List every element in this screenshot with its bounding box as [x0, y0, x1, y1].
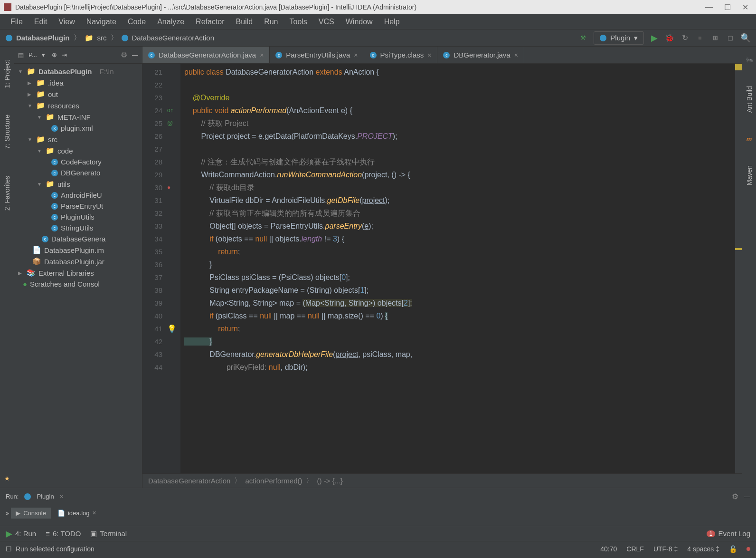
gear-icon[interactable]: ⚙ — [732, 492, 738, 501]
tree-item[interactable]: ▼📁src — [14, 134, 142, 145]
code-text[interactable]: public class DatabaseGeneratorAction ext… — [180, 64, 735, 473]
tab-active[interactable]: cDatabaseGeneratorAction.java× — [142, 47, 270, 63]
debug-button[interactable]: 🐞 — [665, 33, 674, 43]
tree-root[interactable]: ▼📁DatabasePlugin F:\In — [14, 66, 142, 77]
tree-item[interactable]: cDBGenerato — [14, 167, 142, 178]
target-icon[interactable]: ⊕ — [52, 51, 57, 58]
tree-item[interactable]: ▶📁out — [14, 88, 142, 100]
maven-icon[interactable]: m — [747, 135, 752, 143]
hide-icon[interactable]: — — [132, 51, 138, 58]
tree-item[interactable]: cDatabaseGenera — [14, 233, 142, 244]
run-button[interactable]: ▶ — [650, 33, 659, 43]
menu-edit[interactable]: Edit — [29, 16, 52, 28]
project-tree[interactable]: ▼📁DatabasePlugin F:\In ▶📁.idea ▶📁out ▼📁r… — [14, 64, 142, 488]
menu-help[interactable]: Help — [379, 16, 405, 28]
sidebar-tab-project[interactable]: 1: Project — [3, 56, 11, 92]
expand-icon[interactable]: » — [6, 510, 9, 517]
menu-build[interactable]: Build — [231, 16, 258, 28]
tree-item[interactable]: cParseEntryUt — [14, 201, 142, 212]
tree-item[interactable]: cPluginUtils — [14, 212, 142, 222]
run-tab-log[interactable]: 📄idea.log× — [53, 507, 101, 519]
tree-label: Scratches and Consol — [30, 280, 100, 288]
tree-item[interactable]: ▼📁utils — [14, 178, 142, 190]
close-icon[interactable]: × — [427, 51, 431, 59]
collapse-icon[interactable]: ⇥ — [62, 51, 67, 58]
layout-icon[interactable]: ⊞ — [710, 33, 720, 43]
gear-icon[interactable]: ⚙ — [121, 50, 127, 59]
sidebar-tab-maven[interactable]: Maven — [746, 162, 753, 189]
error-indicator[interactable] — [747, 547, 750, 551]
close-icon[interactable]: × — [60, 493, 64, 500]
minimize-icon[interactable]: — — [705, 3, 713, 12]
hammer-icon[interactable]: ⚒ — [578, 33, 588, 43]
breadcrumb-folder[interactable]: src — [97, 34, 107, 42]
star-icon[interactable]: ★ — [4, 475, 10, 482]
tree-item[interactable]: 📦DatabasePlugin.jar — [14, 256, 142, 267]
tree-item[interactable]: ●Scratches and Consol — [14, 279, 142, 289]
ant-icon[interactable]: 🐜 — [746, 56, 753, 63]
close-icon[interactable]: × — [354, 51, 358, 59]
tree-item[interactable]: 📄DatabasePlugin.im — [14, 244, 142, 256]
bc-item[interactable]: () -> {...} — [317, 477, 343, 485]
scroll-map[interactable] — [735, 64, 742, 473]
editor-content[interactable]: 2122232425262728293031323334353637383940… — [142, 64, 742, 473]
tree-item[interactable]: ▶📚External Libraries — [14, 267, 142, 279]
tab[interactable]: cDBGenerator.java× — [437, 47, 524, 63]
tree-item[interactable]: cStringUtils — [14, 222, 142, 233]
close-icon[interactable]: × — [514, 51, 518, 59]
close-icon[interactable]: × — [260, 51, 264, 59]
menu-tools[interactable]: Tools — [284, 16, 312, 28]
tree-item[interactable]: ▼📁code — [14, 145, 142, 156]
indent[interactable]: 4 spaces ‡ — [687, 545, 719, 553]
menu-vcs[interactable]: VCS — [314, 16, 339, 28]
tab[interactable]: cParseEntryUtils.java× — [270, 47, 364, 63]
menu-run[interactable]: Run — [259, 16, 283, 28]
sidebar-tab-favorites[interactable]: 2: Favorites — [3, 172, 11, 214]
close-icon[interactable]: ✕ — [742, 3, 748, 12]
menu-file[interactable]: File — [6, 16, 28, 28]
bottom-eventlog[interactable]: 1 Event Log — [707, 529, 750, 538]
sidebar-tab-ant[interactable]: Ant Build — [746, 82, 753, 116]
scratch-icon: ● — [23, 280, 27, 288]
menu-code[interactable]: Code — [123, 16, 151, 28]
maximize-icon[interactable]: ☐ — [724, 3, 731, 12]
screen-icon[interactable]: ▢ — [726, 33, 735, 43]
status-icon[interactable]: ☐ — [6, 545, 12, 553]
tree-item[interactable]: ▼📁META-INF — [14, 111, 142, 123]
project-view-label[interactable]: P... — [28, 51, 37, 58]
tab[interactable]: cPsiType.class× — [364, 47, 438, 63]
menu-analyze[interactable]: Analyze — [152, 16, 189, 28]
hide-icon[interactable]: — — [744, 493, 750, 500]
breakpoint-icon[interactable]: ● — [167, 181, 180, 194]
menu-view[interactable]: View — [54, 16, 79, 28]
project-view-icon[interactable]: ▤ — [18, 51, 24, 58]
stop-button[interactable]: ■ — [695, 33, 705, 43]
caret-position[interactable]: 40:70 — [600, 545, 617, 553]
override-icon[interactable]: o↑ @ — [167, 104, 180, 130]
tree-item[interactable]: ▶📁.idea — [14, 77, 142, 88]
tree-item[interactable]: xplugin.xml — [14, 123, 142, 134]
menu-window[interactable]: Window — [341, 16, 378, 28]
encoding[interactable]: UTF-8 ‡ — [653, 545, 678, 553]
bc-item[interactable]: actionPerformed() — [245, 477, 302, 485]
run-tab-console[interactable]: ▶Console — [11, 508, 51, 519]
bulb-icon[interactable]: 💡 — [167, 322, 180, 335]
breadcrumb-root[interactable]: DatabasePlugin — [16, 34, 70, 42]
rerun-button[interactable]: ↻ — [680, 33, 690, 43]
bottom-terminal[interactable]: ▣Terminal — [90, 529, 127, 538]
tree-item[interactable]: cAndroidFileU — [14, 190, 142, 201]
tree-item[interactable]: ▼📁resources — [14, 100, 142, 111]
bc-item[interactable]: DatabaseGeneratorAction — [148, 477, 230, 485]
bottom-todo[interactable]: ≡6: TODO — [46, 529, 81, 538]
tree-item[interactable]: cCodeFactory — [14, 156, 142, 167]
menu-refactor[interactable]: Refactor — [191, 16, 229, 28]
search-icon[interactable]: 🔍 — [741, 33, 750, 43]
breadcrumb-file[interactable]: DatabaseGeneratorAction — [132, 34, 214, 42]
lock-icon[interactable]: 🔓 — [729, 545, 737, 553]
menu-navigate[interactable]: Navigate — [82, 16, 121, 28]
run-config-select[interactable]: Plugin ▾ — [594, 31, 644, 45]
bottom-run[interactable]: ▶4: Run — [6, 529, 36, 539]
line-ending[interactable]: CRLF — [626, 545, 644, 553]
close-icon[interactable]: × — [92, 509, 96, 517]
sidebar-tab-structure[interactable]: 7: Structure — [3, 111, 11, 153]
